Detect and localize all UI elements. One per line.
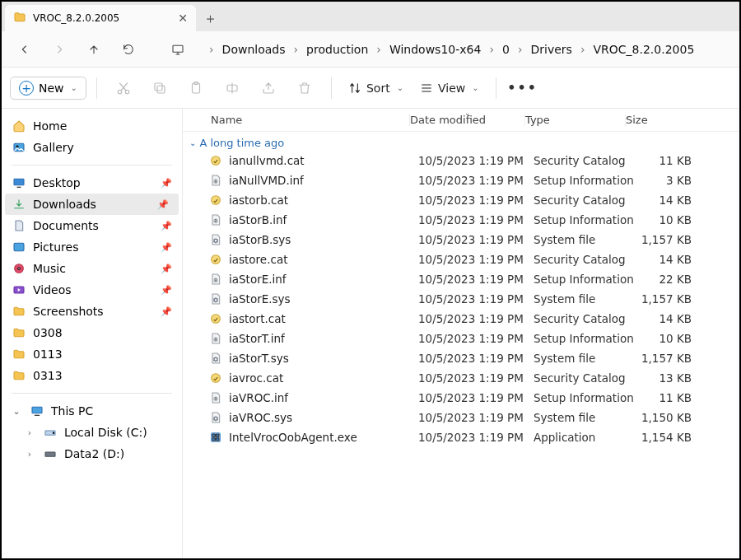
file-row[interactable]: iaStorT.inf10/5/2023 1:19 PMSetup Inform… — [183, 329, 739, 348]
file-row[interactable]: iastore.cat10/5/2023 1:19 PMSecurity Cat… — [183, 250, 739, 269]
file-row[interactable]: iaNullVMD.inf10/5/2023 1:19 PMSetup Info… — [183, 170, 739, 190]
chevron-right-icon[interactable]: › — [25, 449, 35, 460]
file-size: 1,157 KB — [634, 292, 692, 306]
column-type[interactable]: Type — [525, 114, 626, 126]
file-name: iavroc.cat — [224, 371, 418, 385]
column-name[interactable]: Name — [199, 114, 410, 126]
file-row[interactable]: iaStorE.sys10/5/2023 1:19 PMSystem file1… — [183, 289, 739, 309]
file-size: 3 KB — [634, 174, 692, 187]
monitor-icon[interactable] — [163, 35, 193, 64]
sidebar-item-documents[interactable]: Documents 📌 — [2, 215, 182, 236]
file-type: Setup Information — [534, 273, 634, 286]
file-name: ianullvmd.cat — [224, 154, 418, 167]
back-button[interactable] — [10, 35, 40, 64]
column-size[interactable]: Size — [626, 114, 683, 126]
sidebar-item-thispc[interactable]: ⌄ This PC — [2, 400, 182, 422]
file-row[interactable]: IntelVrocOobAgent.exe10/5/2023 1:19 PMAp… — [183, 427, 739, 447]
file-row[interactable]: iaStorE.inf10/5/2023 1:19 PMSetup Inform… — [183, 269, 739, 289]
breadcrumb[interactable]: › Downloads › production › Windows10-x64… — [206, 41, 696, 58]
file-row[interactable]: iavroc.cat10/5/2023 1:19 PMSecurity Cata… — [183, 368, 739, 388]
sidebar-item-music[interactable]: Music 📌 — [2, 258, 182, 279]
file-icon — [207, 154, 224, 167]
sidebar-item-screenshots[interactable]: Screenshots 📌 — [2, 301, 182, 322]
folder-icon — [13, 11, 26, 26]
paste-button[interactable] — [179, 73, 212, 103]
sort-button[interactable]: Sort ⌄ — [342, 78, 410, 98]
file-type: System file — [534, 292, 634, 306]
file-row[interactable]: iaVROC.inf10/5/2023 1:19 PMSetup Informa… — [183, 388, 739, 408]
file-row[interactable]: ianullvmd.cat10/5/2023 1:19 PMSecurity C… — [183, 151, 739, 170]
breadcrumb-item[interactable]: Downloads — [221, 41, 287, 58]
file-size: 14 KB — [634, 312, 692, 325]
sidebar-item-drive-c[interactable]: › Local Disk (C:) — [2, 422, 182, 443]
view-button[interactable]: View ⌄ — [413, 78, 486, 98]
column-headers[interactable]: Name Date modified⌄ Type Size — [183, 109, 739, 132]
rename-button[interactable] — [216, 73, 249, 103]
file-size: 14 KB — [634, 253, 692, 266]
home-icon — [12, 119, 26, 133]
sidebar-item-label: Home — [33, 119, 67, 133]
new-button[interactable]: + New ⌄ — [10, 77, 86, 100]
chevron-right-icon[interactable]: › — [25, 427, 35, 438]
file-row[interactable]: iaStorT.sys10/5/2023 1:19 PMSystem file1… — [183, 348, 739, 368]
file-row[interactable]: iaStorB.inf10/5/2023 1:19 PMSetup Inform… — [183, 210, 739, 230]
chevron-down-icon[interactable]: ⌄ — [12, 406, 21, 417]
chevron-down-icon: ⌄ — [397, 83, 403, 92]
tab-current[interactable]: VROC_8.2.0.2005 ✕ — [5, 5, 196, 31]
new-label: New — [39, 82, 64, 95]
file-row[interactable]: iaStorB.sys10/5/2023 1:19 PMSystem file1… — [183, 230, 739, 250]
sidebar-item-desktop[interactable]: Desktop 📌 — [2, 172, 182, 194]
nav-bar: › Downloads › production › Windows10-x64… — [2, 31, 739, 68]
sidebar-item-folder[interactable]: 0313 — [2, 365, 182, 386]
breadcrumb-item[interactable]: Windows10-x64 — [388, 41, 482, 58]
breadcrumb-item[interactable]: VROC_8.2.0.2005 — [592, 41, 697, 58]
file-size: 1,157 KB — [634, 352, 692, 365]
tab-close-icon[interactable]: ✕ — [178, 12, 188, 25]
pin-icon: 📌 — [161, 264, 172, 274]
chevron-down-icon: ⌄ — [189, 138, 196, 147]
file-list: ianullvmd.cat10/5/2023 1:19 PMSecurity C… — [183, 151, 739, 447]
file-type: Setup Information — [534, 332, 634, 345]
file-size: 14 KB — [634, 194, 692, 207]
sidebar-item-drive-d[interactable]: › Data2 (D:) — [2, 443, 182, 464]
sidebar-item-pictures[interactable]: Pictures 📌 — [2, 236, 182, 258]
breadcrumb-item[interactable]: 0 — [501, 41, 511, 58]
file-name: iastort.cat — [224, 312, 418, 325]
sort-indicator-icon: ⌄ — [464, 109, 471, 117]
file-row[interactable]: iastorb.cat10/5/2023 1:19 PMSecurity Cat… — [183, 190, 739, 210]
svg-rect-4 — [155, 83, 162, 91]
breadcrumb-item[interactable]: Drivers — [529, 41, 574, 58]
column-date[interactable]: Date modified⌄ — [410, 114, 525, 126]
sidebar-item-downloads[interactable]: Downloads 📌 — [5, 194, 179, 215]
file-size: 11 KB — [634, 391, 692, 404]
sidebar-item-home[interactable]: Home — [2, 115, 182, 137]
tab-bar: VROC_8.2.0.2005 ✕ ＋ — [2, 2, 739, 31]
separator — [496, 77, 496, 99]
refresh-button[interactable] — [114, 35, 143, 64]
sidebar-item-folder[interactable]: 0113 — [2, 343, 182, 365]
chevron-right-icon: › — [291, 43, 302, 56]
new-tab-button[interactable]: ＋ — [196, 5, 224, 31]
file-row[interactable]: iaVROC.sys10/5/2023 1:19 PMSystem file1,… — [183, 408, 739, 427]
file-row[interactable]: iastort.cat10/5/2023 1:19 PMSecurity Cat… — [183, 309, 739, 329]
group-header[interactable]: ⌄ A long time ago — [183, 132, 739, 151]
file-size: 10 KB — [634, 213, 692, 226]
up-button[interactable] — [79, 35, 109, 64]
sidebar-item-folder[interactable]: 0308 — [2, 322, 182, 343]
more-button[interactable]: ••• — [506, 73, 539, 103]
sidebar-item-videos[interactable]: Videos 📌 — [2, 279, 182, 301]
videos-icon — [12, 283, 26, 296]
breadcrumb-item[interactable]: production — [305, 41, 370, 58]
svg-rect-10 — [14, 179, 24, 184]
group-label: A long time ago — [199, 137, 284, 149]
file-icon — [207, 233, 224, 246]
share-button[interactable] — [252, 73, 285, 103]
cut-button[interactable] — [107, 73, 140, 103]
sidebar-item-gallery[interactable]: Gallery — [2, 137, 182, 158]
delete-button[interactable] — [288, 73, 321, 103]
file-date: 10/5/2023 1:19 PM — [418, 273, 534, 286]
svg-rect-0 — [173, 45, 183, 52]
pin-icon: 📌 — [161, 285, 172, 296]
copy-button[interactable] — [143, 73, 176, 103]
forward-button[interactable] — [44, 35, 74, 64]
